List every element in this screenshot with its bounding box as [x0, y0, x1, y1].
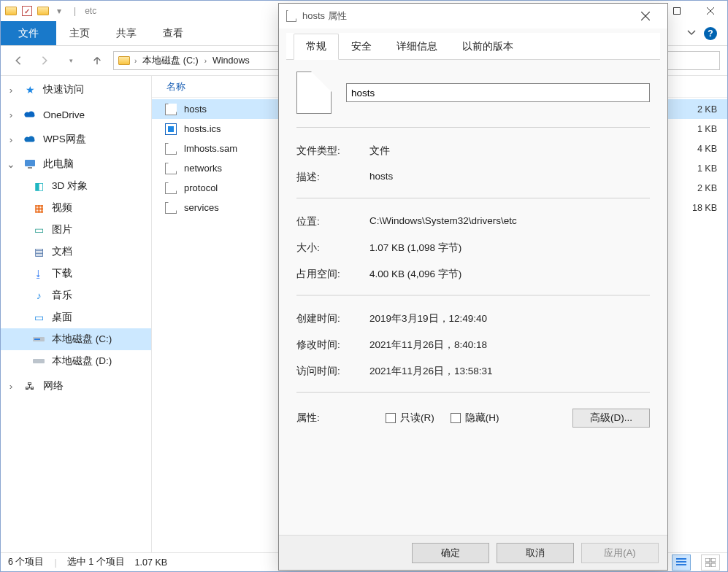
sidebar-item-pictures[interactable]: ▭图片 — [1, 219, 151, 241]
sidebar-item-disk-d[interactable]: 本地磁盘 (D:) — [1, 350, 151, 372]
svg-rect-5 — [33, 359, 45, 363]
close-button[interactable] — [694, 1, 727, 21]
folder-icon[interactable] — [37, 7, 49, 15]
file-icon — [296, 72, 332, 114]
sidebar-item-documents[interactable]: ▤文档 — [1, 241, 151, 263]
svg-rect-6 — [705, 558, 710, 562]
sidebar-item-music[interactable]: ♪音乐 — [1, 285, 151, 306]
file-icon — [165, 104, 177, 115]
prop-value: 2021年11月26日，8:40:18 — [369, 339, 650, 352]
checkbox-label: 隐藏(H) — [465, 411, 499, 425]
file-icon — [165, 123, 177, 135]
dialog-tabstrip: 常规 安全 详细信息 以前的版本 — [286, 33, 660, 60]
dialog-body: 文件类型:文件 描述:hosts 位置:C:\Windows\System32\… — [279, 60, 667, 535]
sidebar-item-label: 音乐 — [52, 289, 72, 302]
ribbon-tab-view[interactable]: 查看 — [150, 21, 196, 45]
view-thumbnails-button[interactable] — [701, 554, 720, 571]
sidebar-item-label: 文档 — [52, 245, 72, 258]
up-button[interactable] — [87, 50, 107, 71]
qat-checkbox-icon[interactable]: ✓ — [21, 5, 33, 17]
chevron-right-icon[interactable]: › — [7, 110, 15, 119]
sidebar-item-onedrive[interactable]: ›OneDrive — [1, 104, 151, 125]
file-name-label: services — [184, 202, 219, 213]
view-details-button[interactable] — [672, 554, 691, 571]
document-icon: ▤ — [33, 246, 45, 258]
sidebar-item-quick-access[interactable]: ›★快速访问 — [1, 79, 151, 101]
folder-icon — [5, 5, 17, 17]
cloud-icon — [24, 109, 36, 120]
cancel-button[interactable]: 取消 — [497, 543, 574, 563]
sidebar-item-disk-c[interactable]: 本地磁盘 (C:) — [1, 328, 151, 350]
dialog-tab-previous[interactable]: 以前的版本 — [450, 34, 526, 60]
dialog-tab-security[interactable]: 安全 — [339, 34, 384, 60]
readonly-checkbox[interactable]: 只读(R) — [386, 411, 434, 425]
sidebar-item-this-pc[interactable]: ⌄此电脑 — [1, 153, 151, 175]
sidebar-item-downloads[interactable]: ⭳下载 — [1, 263, 151, 285]
svg-rect-2 — [28, 167, 32, 169]
svg-rect-1 — [25, 160, 35, 166]
network-icon: 🖧 — [24, 380, 36, 392]
divider — [296, 392, 650, 393]
file-name-label: hosts — [184, 104, 207, 115]
filename-input[interactable] — [346, 83, 650, 102]
ok-button[interactable]: 确定 — [412, 543, 489, 563]
breadcrumb-item[interactable]: Windows — [210, 55, 253, 66]
advanced-button[interactable]: 高级(D)... — [572, 409, 650, 428]
dialog-title: hosts 属性 — [302, 9, 347, 23]
folder-icon — [118, 56, 130, 65]
qat-dropdown-icon[interactable]: ▾ — [53, 5, 65, 17]
status-selection: 选中 1 个项目 — [67, 556, 125, 568]
prop-value: 文件 — [369, 144, 650, 158]
svg-rect-4 — [34, 339, 40, 340]
divider — [296, 198, 650, 198]
music-icon: ♪ — [33, 290, 45, 301]
forward-button[interactable] — [34, 50, 55, 71]
window-title: etc — [85, 6, 96, 16]
help-icon[interactable]: ? — [704, 27, 717, 40]
dialog-tab-general[interactable]: 常规 — [294, 34, 339, 60]
file-size-label: 2 KB — [675, 183, 727, 193]
prop-label: 占用空间: — [296, 268, 369, 281]
ribbon-file-tab[interactable]: 文件 — [1, 21, 56, 45]
sidebar-item-network[interactable]: ›🖧网络 — [1, 375, 151, 397]
prop-label: 位置: — [296, 215, 369, 228]
apply-button[interactable]: 应用(A) — [581, 543, 659, 563]
chevron-down-icon[interactable]: ⌄ — [7, 160, 15, 169]
file-size-label: 1 KB — [675, 124, 727, 134]
caret-icon[interactable]: › — [133, 57, 138, 65]
dialog-close-button[interactable] — [631, 5, 660, 27]
sidebar: ›★快速访问 ›OneDrive ›WPS网盘 ⌄此电脑 ◧3D 对象 ▦视频 … — [1, 76, 151, 552]
prop-label: 创建时间: — [296, 312, 369, 325]
sidebar-item-desktop[interactable]: ▭桌面 — [1, 306, 151, 328]
download-icon: ⭳ — [33, 268, 45, 279]
chevron-right-icon[interactable]: › — [7, 382, 15, 390]
file-icon — [286, 10, 296, 22]
back-button[interactable] — [8, 50, 28, 71]
chevron-right-icon[interactable]: › — [7, 135, 15, 144]
disk-icon — [33, 355, 45, 367]
file-icon — [165, 202, 177, 214]
caret-icon[interactable]: › — [203, 57, 208, 65]
recent-dropdown-icon[interactable]: ▾ — [61, 50, 81, 71]
sidebar-item-label: 网络 — [43, 379, 64, 393]
file-size-label: 18 KB — [675, 203, 727, 213]
ribbon-tab-share[interactable]: 共享 — [103, 21, 150, 45]
prop-label: 属性: — [296, 411, 369, 425]
prop-value: 1.07 KB (1,098 字节) — [369, 241, 650, 255]
prop-value: hosts — [369, 171, 650, 184]
checkbox-label: 只读(R) — [400, 411, 434, 425]
dialog-tab-details[interactable]: 详细信息 — [384, 34, 450, 60]
separator: | — [74, 6, 76, 16]
breadcrumb-item[interactable]: 本地磁盘 (C:) — [139, 55, 201, 67]
sidebar-item-videos[interactable]: ▦视频 — [1, 197, 151, 219]
chevron-right-icon[interactable]: › — [7, 85, 15, 94]
prop-label: 访问时间: — [296, 365, 369, 378]
ribbon-expand-icon[interactable] — [686, 27, 697, 39]
hidden-checkbox[interactable]: 隐藏(H) — [451, 411, 499, 425]
sidebar-item-3d[interactable]: ◧3D 对象 — [1, 175, 151, 197]
prop-value: C:\Windows\System32\drivers\etc — [369, 215, 650, 228]
sidebar-item-wps[interactable]: ›WPS网盘 — [1, 128, 151, 150]
cube-icon: ◧ — [33, 180, 45, 192]
ribbon-tab-home[interactable]: 主页 — [56, 21, 103, 45]
dialog-titlebar: hosts 属性 — [279, 4, 667, 28]
